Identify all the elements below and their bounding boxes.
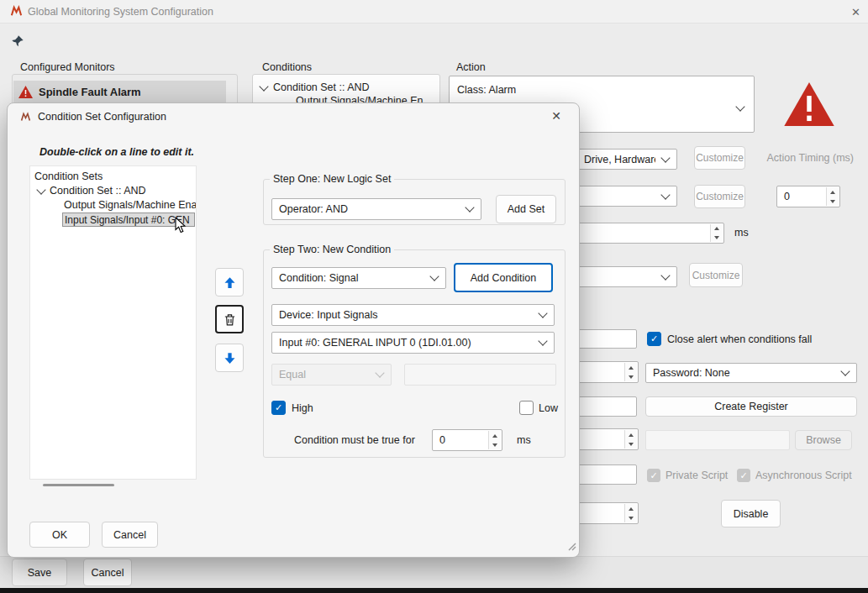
chevron-down-icon [660, 153, 670, 162]
must-be-true-label: Condition must be true for [294, 434, 415, 446]
chevron-down-icon [660, 190, 670, 199]
app-title: Global Monitoring System Configuration [28, 6, 213, 18]
spinner-buttons[interactable] [826, 187, 839, 206]
chevron-down-icon [735, 102, 744, 111]
dialog-title: Condition Set Configuration [38, 111, 166, 123]
partial-field-2[interactable] [576, 396, 637, 417]
dialog-icon [20, 111, 31, 126]
close-alert-row: ✓ Close alert when conditions fall [647, 332, 812, 346]
delay-spinner[interactable] [576, 223, 724, 244]
dialog-close-button[interactable]: ✕ [542, 103, 571, 129]
create-register-button[interactable]: Create Register [645, 396, 857, 417]
tree-set-label: Condition Set :: AND [50, 185, 146, 197]
resize-grip-icon[interactable] [566, 539, 576, 554]
duration-spinner[interactable]: 0 [432, 429, 502, 451]
partial-spinner-1[interactable] [576, 361, 639, 383]
drive-hardware-select[interactable]: Drive, Hardware [576, 149, 677, 170]
warning-icon [18, 86, 33, 98]
save-button[interactable]: Save [12, 559, 67, 586]
partial-field-1[interactable] [576, 329, 637, 349]
input-signal-select[interactable]: Input #0: GENERAL INPUT 0 (1DI.01.00) [271, 332, 555, 354]
action-timing-spinner[interactable]: 0 [776, 186, 840, 207]
low-row: Low [519, 401, 558, 415]
monitor-list-item[interactable]: Spindle Fault Alarm [13, 81, 226, 102]
script-path-field[interactable] [645, 430, 790, 450]
high-checkbox[interactable]: ✓ [271, 401, 286, 415]
low-checkbox[interactable] [519, 401, 534, 415]
chevron-down-icon [429, 271, 439, 281]
private-script-row: ✓ Private Script [647, 469, 728, 482]
async-script-checkbox[interactable]: ✓ [737, 469, 750, 482]
partial-spinner-2[interactable] [576, 428, 639, 450]
chevron-down-icon [660, 270, 670, 280]
app-logo-icon [10, 5, 23, 21]
chevron-down-icon [259, 81, 268, 91]
customize-button-2[interactable]: Customize [694, 185, 745, 208]
pin-icon[interactable] [11, 34, 24, 51]
close-alert-checkbox[interactable]: ✓ [647, 332, 661, 346]
browse-button[interactable]: Browse [795, 430, 852, 450]
ok-button[interactable]: OK [29, 522, 90, 548]
action-label: Action [456, 61, 486, 73]
window-close-button[interactable]: ✕ [844, 0, 868, 24]
step-two-label: Step Two: New Condition [270, 244, 394, 255]
close-alert-label: Close alert when conditions fall [667, 333, 812, 345]
delete-button[interactable] [215, 305, 244, 333]
chevron-down-icon [375, 368, 384, 377]
edit-hint: Double-click on a line to edit it. [39, 146, 194, 158]
monitor-label: Spindle Fault Alarm [39, 86, 141, 98]
chevron-down-icon [538, 308, 547, 317]
device-select[interactable]: Device: Input Signals [271, 304, 555, 326]
private-script-checkbox[interactable]: ✓ [647, 469, 660, 482]
tree-root-label[interactable]: Condition Sets [34, 171, 103, 182]
warning-large-icon [784, 82, 834, 129]
password-select[interactable]: Password: None [645, 363, 857, 383]
private-script-label: Private Script [665, 470, 728, 481]
disable-button[interactable]: Disable [721, 500, 781, 527]
add-condition-button[interactable]: Add Condition [454, 263, 553, 292]
condition-tree: Condition Sets Condition Set :: AND Outp… [29, 165, 197, 480]
low-label: Low [539, 402, 558, 414]
main-cancel-button[interactable]: Cancel [83, 559, 132, 586]
operator-select[interactable]: Operator: AND [271, 198, 481, 220]
move-down-button[interactable] [215, 344, 244, 372]
move-up-button[interactable] [215, 268, 244, 296]
partial-field-3[interactable] [576, 464, 637, 485]
high-row: ✓ High [271, 401, 313, 415]
chevron-down-icon [36, 185, 45, 194]
configured-monitors-label: Configured Monitors [20, 61, 115, 73]
action-select-3[interactable] [576, 266, 677, 287]
spinner-buttons[interactable] [710, 224, 723, 242]
comparison-value-input[interactable] [404, 364, 556, 386]
add-set-button[interactable]: Add Set [496, 195, 556, 223]
ms-label: ms [734, 227, 749, 239]
move-up-icon [223, 276, 237, 290]
partial-spinner-3[interactable] [576, 502, 639, 524]
window-title-bar: Global Monitoring System Configuration ✕ [0, 0, 868, 24]
conditions-label: Conditions [262, 61, 312, 73]
chevron-down-icon [465, 202, 474, 212]
spinner-buttons[interactable] [488, 431, 501, 449]
tree-hscrollbar[interactable] [43, 484, 114, 486]
async-script-label: Asynchronous Script [755, 470, 852, 481]
conditions-root-node[interactable]: Condition Set :: AND [259, 81, 370, 93]
async-script-row: ✓ Asynchronous Script [737, 469, 852, 482]
move-down-icon [223, 351, 237, 365]
action-select-2[interactable] [576, 186, 677, 207]
dialog-cancel-button[interactable]: Cancel [102, 522, 158, 548]
cursor-icon [174, 217, 187, 237]
high-label: High [292, 402, 313, 414]
chevron-down-icon [538, 336, 547, 345]
chevron-down-icon [840, 366, 850, 375]
tree-set-node[interactable]: Condition Set :: AND [36, 185, 146, 197]
step-one-label: Step One: New Logic Set [270, 173, 394, 185]
bottom-edge [0, 588, 868, 593]
condition-set-dialog: Condition Set Configuration ✕ Double-cli… [7, 102, 580, 558]
customize-button-3[interactable]: Customize [689, 263, 743, 287]
tree-child-label-2: Input Signals/Input #0: GEN [65, 214, 190, 226]
condition-select[interactable]: Condition: Signal [271, 267, 446, 289]
comparator-select[interactable]: Equal [271, 364, 392, 386]
tree-child-node-1[interactable]: Output Signals/Machine Ena [64, 199, 197, 211]
customize-button-1[interactable]: Customize [694, 146, 745, 170]
trash-icon [223, 312, 237, 327]
